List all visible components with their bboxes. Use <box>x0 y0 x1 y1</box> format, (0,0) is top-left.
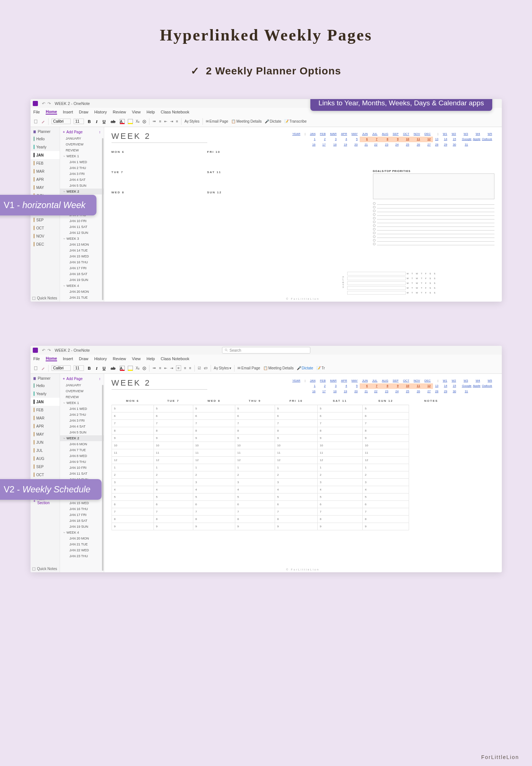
schedule-cell[interactable]: 5 <box>362 493 409 501</box>
day-link[interactable]: 10 <box>401 137 412 142</box>
day-link[interactable]: 4 <box>339 137 349 142</box>
page-item[interactable]: WEEK 4 <box>60 530 104 535</box>
month-link[interactable]: SEP <box>391 131 401 137</box>
schedule-cell[interactable]: 6 <box>154 501 193 508</box>
menu-review[interactable]: Review <box>113 110 126 114</box>
month-link[interactable]: SEP <box>391 378 401 383</box>
undo-icon[interactable]: ↶ <box>42 348 45 353</box>
schedule-cell[interactable]: 8 <box>112 427 154 435</box>
day-link[interactable]: 13 <box>433 137 441 142</box>
align-right-button[interactable]: ≡ <box>189 366 191 370</box>
notes-cell[interactable] <box>409 493 454 501</box>
todo-button[interactable]: ☑ <box>198 366 201 370</box>
day-link[interactable]: 22 <box>370 389 380 394</box>
menu-help[interactable]: Help <box>147 356 155 361</box>
notes-cell[interactable] <box>409 486 454 493</box>
schedule-cell[interactable]: 4 <box>193 486 235 493</box>
schedule-cell[interactable]: 5 <box>112 493 154 501</box>
day-block[interactable]: SAT 11 <box>207 171 281 174</box>
schedule-cell[interactable]: 9 <box>362 523 409 530</box>
clear-format-button[interactable]: ⨂ <box>142 366 146 370</box>
page-item[interactable]: JAN 17 FRI <box>60 512 104 518</box>
strike-button[interactable]: ab <box>110 366 117 370</box>
day-block[interactable]: FRI 10 <box>207 150 281 154</box>
schedule-cell[interactable]: 4 <box>275 486 317 493</box>
meeting-button[interactable]: 📋 Meeting Details <box>231 119 262 123</box>
font-select[interactable]: Calibri <box>52 365 71 371</box>
schedule-cell[interactable]: 8 <box>235 516 275 523</box>
numbering-button[interactable]: ≡ <box>159 366 161 370</box>
week-link[interactable]: W1 <box>441 131 450 137</box>
menu-history[interactable]: History <box>94 356 107 361</box>
page-item[interactable]: JAN 15 WED <box>60 500 104 506</box>
goal-line[interactable] <box>373 206 494 208</box>
schedule-cell[interactable]: 5 <box>235 405 275 412</box>
calendar-app-link[interactable]: Apple <box>473 137 480 141</box>
schedule-cell[interactable]: 7 <box>154 508 193 516</box>
goals-textarea[interactable] <box>373 173 494 199</box>
schedule-cell[interactable]: 9 <box>193 523 235 530</box>
schedule-cell[interactable]: 1 <box>317 464 362 471</box>
goal-line[interactable] <box>373 217 494 219</box>
schedule-cell[interactable]: 3 <box>235 479 275 486</box>
day-link[interactable]: 21 <box>360 142 370 147</box>
schedule-cell[interactable]: 6 <box>154 412 193 420</box>
section-hello[interactable]: Hello <box>31 382 60 390</box>
day-link[interactable]: 29 <box>441 389 450 394</box>
section-apr[interactable]: APR <box>31 175 60 183</box>
schedule-cell[interactable]: 3 <box>275 479 317 486</box>
day-link[interactable]: 29 <box>441 142 450 147</box>
day-link[interactable]: 13 <box>433 383 441 389</box>
goal-line[interactable] <box>373 210 494 212</box>
highlight-button[interactable] <box>128 366 133 371</box>
day-link[interactable]: 28 <box>433 142 441 147</box>
page-item[interactable]: JAN 14 TUE <box>60 247 104 253</box>
week-link[interactable]: W1 <box>441 378 450 383</box>
month-link[interactable]: DEC <box>422 131 433 137</box>
week-link[interactable]: W5 <box>482 378 494 383</box>
month-link[interactable]: JAN <box>308 131 318 137</box>
page-item[interactable]: JAN 22 WED <box>60 301 104 302</box>
schedule-cell[interactable]: 8 <box>317 516 362 523</box>
calendar-app-link[interactable]: Apple <box>473 384 480 387</box>
schedule-cell[interactable]: 2 <box>362 471 409 479</box>
schedule-cell[interactable]: 11 <box>235 449 275 457</box>
schedule-cell[interactable]: 11 <box>362 449 409 457</box>
day-link[interactable]: 26 <box>412 389 422 394</box>
schedule-cell[interactable]: 8 <box>362 427 409 435</box>
menu-class-notebook[interactable]: Class Notebook <box>161 356 190 361</box>
italic-button[interactable]: I <box>95 119 98 124</box>
calendar-app-link[interactable]: Outlook <box>482 384 492 387</box>
section-jan[interactable]: JAN <box>31 398 60 406</box>
notes-cell[interactable] <box>409 464 454 471</box>
scrollbar[interactable] <box>102 385 103 571</box>
day-link[interactable]: 12 <box>422 137 433 142</box>
schedule-cell[interactable]: 2 <box>154 471 193 479</box>
schedule-cell[interactable]: 12 <box>275 457 317 464</box>
bold-button[interactable]: B <box>87 119 92 124</box>
page-item[interactable]: JAN 13 MON <box>60 242 104 247</box>
section-oct[interactable]: OCT <box>31 471 60 479</box>
schedule-cell[interactable]: 6 <box>235 501 275 508</box>
schedule-cell[interactable]: 6 <box>275 412 317 420</box>
menu-draw[interactable]: Draw <box>79 110 88 114</box>
month-link[interactable]: JUN <box>360 131 370 137</box>
menu-file[interactable]: File <box>34 356 40 361</box>
calendar-app-link[interactable]: Outlook <box>482 137 492 141</box>
month-link[interactable]: FEB <box>318 378 328 383</box>
day-link[interactable]: 6 <box>360 383 370 389</box>
size-select[interactable]: 11 <box>74 119 84 124</box>
month-link[interactable]: MAY <box>349 378 360 383</box>
bullets-button[interactable]: ≔ <box>152 119 156 123</box>
day-link[interactable]: 1 <box>308 383 318 389</box>
schedule-cell[interactable]: 8 <box>112 516 154 523</box>
schedule-cell[interactable]: 7 <box>275 508 317 516</box>
dictate-button[interactable]: 🎤 Dictate <box>265 119 281 123</box>
schedule-cell[interactable]: 1 <box>362 464 409 471</box>
day-link[interactable]: 17 <box>318 389 328 394</box>
habit-row[interactable]: MTWTFSS <box>347 281 436 285</box>
day-link[interactable]: 5 <box>349 383 360 389</box>
notes-cell[interactable] <box>409 508 454 516</box>
schedule-cell[interactable]: 11 <box>112 449 154 457</box>
indent-button[interactable]: ⇥ <box>170 119 173 123</box>
